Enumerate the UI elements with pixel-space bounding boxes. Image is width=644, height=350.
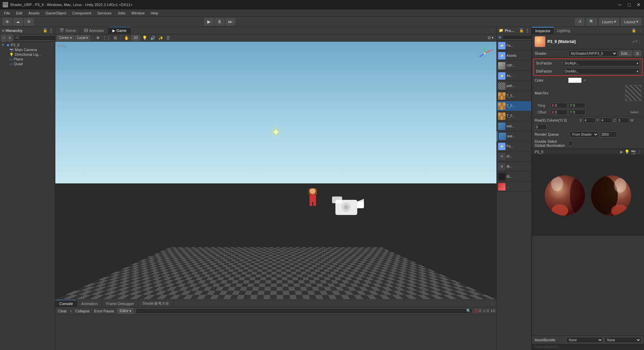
doublesided-toggle[interactable]	[568, 141, 573, 146]
preview-light-btn[interactable]: 💡	[625, 149, 630, 154]
menu-services[interactable]: Services	[95, 10, 114, 16]
proj-item-red[interactable]: ...	[497, 182, 531, 192]
hier-dots-btn[interactable]: ⋮	[50, 43, 54, 47]
proj-item-patt[interactable]: patt...	[497, 81, 531, 91]
proj-item-tui[interactable]: 推 推...	[497, 162, 531, 172]
menu-jobs[interactable]: Jobs	[115, 10, 128, 16]
resolution-btn[interactable]: ⊡ ▾	[486, 35, 495, 40]
dstfactor-value[interactable]: OneMin... ▾	[563, 68, 640, 74]
hier-item-maincamera[interactable]: 📷 Main Camera	[0, 47, 55, 52]
proj-item-pa[interactable]: 📁 Pa...	[497, 141, 531, 151]
preview-dots-btn[interactable]: ⋮	[637, 149, 641, 154]
maintex-select-btn[interactable]: Select	[630, 111, 639, 114]
clear-button[interactable]: Clear	[57, 309, 68, 313]
tab-framedebugger[interactable]: Frame Debugger	[102, 300, 138, 307]
menu-component[interactable]: Component	[69, 10, 94, 16]
inspector-lock-btn[interactable]: 🔓	[630, 28, 638, 33]
menu-help[interactable]: Help	[148, 10, 161, 16]
tab-lighting[interactable]: Lighting	[554, 27, 574, 34]
pause-button[interactable]: ⏸	[215, 18, 224, 26]
move-tool-btn[interactable]: ✥	[95, 35, 101, 41]
audio-toggle[interactable]: 🔊	[149, 35, 156, 41]
light-toggle[interactable]: 💡	[141, 35, 148, 41]
gizmo-btn[interactable]: ☰	[165, 35, 171, 41]
hierarchy-add-btn[interactable]: +	[1, 34, 6, 42]
hier-item-plane[interactable]: ▭ Plane	[0, 57, 55, 61]
menu-file[interactable]: File	[1, 10, 13, 16]
fx-toggle[interactable]: ✨	[157, 35, 164, 41]
menu-gameobject[interactable]: GameObject	[43, 10, 69, 16]
project-back-btn[interactable]: ★	[498, 35, 502, 40]
hierarchy-lock-btn[interactable]: 🔓	[43, 28, 48, 33]
tab-shader-ref[interactable]: Shader参考大全	[138, 300, 173, 307]
tab-console[interactable]: Console	[55, 300, 77, 307]
hier-item-dirlight[interactable]: 💡 Directional Lig...	[0, 52, 55, 57]
rowcol-x-field[interactable]: 4	[583, 118, 595, 123]
hierarchy-search[interactable]	[13, 35, 59, 41]
step-button[interactable]: ⏭	[226, 18, 235, 26]
hierarchy-filter-btn[interactable]: ▾	[7, 34, 12, 42]
snap-btn[interactable]: ⊞	[113, 35, 118, 41]
hand-tool[interactable]: ✋	[123, 35, 130, 41]
proj-item-tf3[interactable]: T_F...	[497, 111, 531, 121]
menu-window[interactable]: Window	[129, 10, 147, 16]
assetbundle-select1[interactable]: None	[566, 337, 603, 343]
tab-animation[interactable]: Animation	[77, 300, 102, 307]
close-btn[interactable]: ✕	[636, 2, 641, 7]
expand-icon[interactable]: ▼	[1, 43, 5, 47]
minimize-btn[interactable]: ─	[617, 2, 623, 7]
preview-play-btn[interactable]: ▶	[620, 149, 623, 154]
grid-btn[interactable]: ⋮⋮	[102, 35, 112, 41]
shader-select[interactable]: MyShader/URP/P3_9	[568, 50, 618, 56]
toolbar-transform-btn[interactable]: ⊕	[3, 18, 12, 26]
hier-item-quad[interactable]: ▭ Quad	[0, 61, 55, 66]
proj-item-grid[interactable]: 倍...	[497, 172, 531, 182]
collapse-button[interactable]: Collapse	[74, 309, 91, 313]
proj-item-dui[interactable]: 对 对...	[497, 151, 531, 162]
proj-item-oip[interactable]: OIP...	[497, 61, 531, 71]
console-search[interactable]	[136, 308, 472, 314]
menu-assets[interactable]: Assets	[26, 10, 42, 16]
clear-dropdown[interactable]: ▾	[70, 309, 72, 313]
rowcol-w-field[interactable]: 0	[535, 124, 547, 130]
color-swatch[interactable]	[568, 78, 582, 83]
2d-btn[interactable]: 2D	[131, 35, 140, 41]
inspector-menu-btn[interactable]: ⋮	[638, 28, 644, 33]
tab-animator[interactable]: 🎞 Animator	[80, 27, 108, 34]
center-btn[interactable]: Center ▾	[57, 35, 74, 41]
tab-game[interactable]: ▶ Game	[108, 27, 131, 34]
local-btn[interactable]: Local ▾	[75, 35, 91, 41]
srcfactor-value[interactable]: SrcAlph... ▾	[563, 60, 640, 66]
material-open-btn[interactable]: ↗	[632, 40, 635, 44]
proj-item-wat2[interactable]: wat...	[497, 131, 531, 141]
proj-item-wat1[interactable]: wat...	[497, 121, 531, 131]
shader-options-btn[interactable]: ☰	[634, 50, 641, 56]
preview-camera-btn[interactable]: 📷	[631, 149, 636, 154]
scene-tab-menu[interactable]: ⋮	[489, 28, 496, 33]
hier-item-p3_9[interactable]: ▼ ◆ P3_9 ⋮	[0, 42, 55, 47]
search-btn[interactable]: 🔍	[586, 18, 597, 26]
color-picker-btn[interactable]: ↗	[583, 79, 586, 82]
rowcol-z-field[interactable]: 3	[617, 118, 629, 123]
play-button[interactable]: ▶	[204, 18, 214, 26]
proj-item-as[interactable]: 📁 As...	[497, 71, 531, 81]
toolbar-cloud-btn[interactable]: ☁	[13, 18, 23, 26]
renderqueue-value[interactable]: 3000	[600, 131, 617, 137]
proj-item-fa[interactable]: 📁 Fa...	[497, 41, 531, 51]
error-pause-button[interactable]: Error Pause	[93, 309, 115, 313]
proj-item-assets[interactable]: 📁 Assets	[497, 51, 531, 61]
editor-dropdown[interactable]: Editor ▾	[117, 308, 133, 314]
menu-edit[interactable]: Edit	[13, 10, 25, 16]
material-dots-btn[interactable]: ⋮	[638, 40, 641, 44]
toolbar-collab-btn[interactable]: ⚙	[24, 18, 34, 26]
rowcol-y-field[interactable]: 4	[600, 118, 612, 123]
history-btn[interactable]: ↺	[575, 18, 584, 26]
scene-viewport[interactable]: ✦ X Y Z	[55, 42, 496, 300]
proj-item-tf1[interactable]: T_F...	[497, 91, 531, 101]
renderqueue-select[interactable]: From Shader	[570, 131, 599, 137]
tab-inspector[interactable]: Inspector	[532, 27, 554, 34]
proj-item-tf2[interactable]: T_F...	[497, 101, 531, 111]
shader-edit-btn[interactable]: Edit...	[619, 50, 632, 56]
hierarchy-menu-btn[interactable]: ⋮	[49, 28, 53, 33]
project-lock-btn[interactable]: 🔓	[519, 28, 524, 33]
